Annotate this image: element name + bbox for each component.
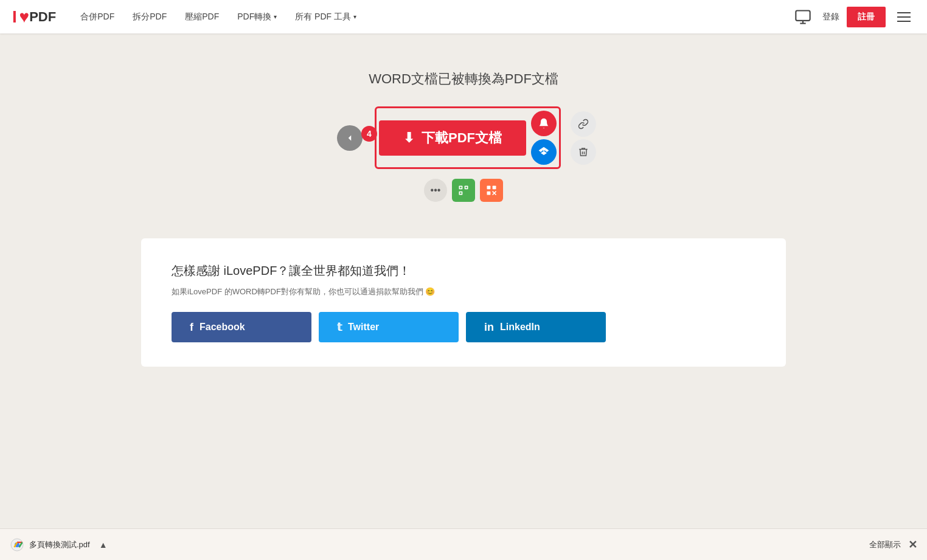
download-info: 多頁轉換測試.pdf ▲ — [10, 536, 112, 553]
main-content: WORD文檔已被轉換為PDF文檔 4 ⬇ 下載PDF文檔 — [0, 33, 927, 385]
linkedin-icon: in — [484, 321, 494, 334]
expand-icon[interactable]: ▲ — [95, 536, 112, 553]
hamburger-menu-icon[interactable] — [893, 6, 915, 28]
trash-icon[interactable] — [571, 139, 596, 165]
register-button[interactable]: 註冊 — [847, 7, 886, 27]
svg-rect-16 — [487, 192, 491, 195]
chrome-icon — [10, 538, 24, 552]
link-icon[interactable] — [571, 111, 596, 137]
twitter-button[interactable]: 𝕥 Twitter — [319, 312, 459, 342]
dropbox-icon[interactable] — [531, 139, 557, 165]
social-subtitle: 如果iLovePDF 的WORD轉PDF對你有幫助，你也可以通過捐款幫助我們 😊 — [172, 286, 755, 297]
nav-right: 登錄 註冊 — [791, 5, 915, 29]
download-group: ⬇ 下載PDF文檔 — [375, 106, 561, 169]
success-title: WORD文檔已被轉換為PDF文檔 — [369, 70, 558, 88]
linkedin-button[interactable]: in LinkedIn — [466, 312, 606, 342]
logo[interactable]: I ♥ PDF — [12, 7, 56, 27]
close-bottom-bar-button[interactable]: ✕ — [908, 538, 917, 551]
svg-rect-8 — [460, 192, 462, 194]
nav-pdf-convert[interactable]: PDF轉換 ▾ — [237, 12, 277, 22]
share-icon[interactable] — [480, 179, 503, 202]
bottom-bar-right: 全部顯示 ✕ — [869, 538, 917, 551]
nav-compress-pdf[interactable]: 壓縮PDF — [185, 12, 219, 22]
qr-code-icon[interactable] — [452, 179, 475, 202]
nav-split-pdf[interactable]: 拆分PDF — [133, 12, 167, 22]
twitter-icon: 𝕥 — [337, 320, 342, 334]
nav-links: 合併PDF 拆分PDF 壓縮PDF PDF轉換 ▾ 所有 PDF 工具 ▾ — [80, 12, 791, 22]
show-all-link[interactable]: 全部顯示 — [869, 539, 901, 550]
social-section: 怎樣感謝 iLovePDF？讓全世界都知道我們！ 如果iLovePDF 的WOR… — [141, 238, 786, 367]
navbar: I ♥ PDF 合併PDF 拆分PDF 壓縮PDF PDF轉換 ▾ 所有 PDF… — [0, 0, 927, 33]
back-button[interactable] — [337, 125, 363, 151]
notification-icon[interactable] — [531, 111, 557, 136]
logo-text: PDF — [29, 9, 56, 25]
svg-rect-7 — [465, 187, 467, 188]
chevron-down-icon: ▾ — [274, 13, 277, 20]
svg-rect-14 — [487, 186, 491, 190]
menu-bar — [897, 21, 911, 22]
bottom-bar: 多頁轉換測試.pdf ▲ 全部顯示 ✕ — [0, 528, 927, 560]
extra-action-icons — [571, 111, 596, 165]
login-button[interactable]: 登錄 — [822, 12, 839, 22]
svg-rect-0 — [796, 10, 810, 20]
nav-all-tools[interactable]: 所有 PDF 工具 ▾ — [295, 12, 356, 22]
social-title: 怎樣感謝 iLovePDF？讓全世界都知道我們！ — [172, 263, 755, 279]
bottom-actions: ••• — [424, 179, 503, 202]
svg-rect-6 — [460, 187, 462, 188]
svg-rect-15 — [493, 186, 496, 190]
nav-merge-pdf[interactable]: 合併PDF — [80, 12, 114, 22]
step-badge: 4 — [361, 126, 377, 142]
menu-bar — [897, 16, 911, 18]
facebook-button[interactable]: f Facebook — [172, 312, 311, 342]
menu-bar — [897, 12, 911, 13]
filename-label: 多頁轉換測試.pdf — [29, 539, 90, 550]
social-buttons: f Facebook 𝕥 Twitter in LinkedIn — [172, 312, 755, 342]
facebook-icon: f — [190, 321, 193, 334]
more-options-icon[interactable]: ••• — [424, 179, 447, 202]
download-icon: ⬇ — [403, 130, 414, 146]
chevron-down-icon: ▾ — [353, 13, 356, 20]
logo-heart: I ♥ — [12, 7, 28, 27]
monitor-icon[interactable] — [791, 5, 815, 29]
cloud-action-icons — [531, 111, 557, 165]
download-pdf-button[interactable]: ⬇ 下載PDF文檔 — [379, 120, 526, 156]
